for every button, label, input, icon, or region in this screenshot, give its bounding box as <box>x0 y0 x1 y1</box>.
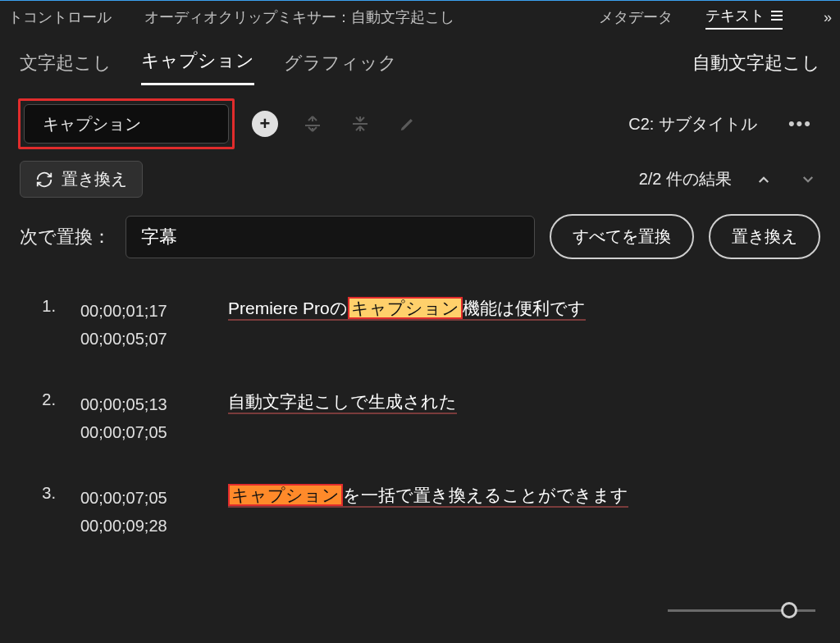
caption-text[interactable]: Premiere Proのキャプション機能は便利です <box>228 297 809 353</box>
replace-toggle-button[interactable]: 置き換え <box>20 161 143 198</box>
caption-item[interactable]: 1.00;00;01;1700;00;05;07Premiere Proのキャプ… <box>20 284 820 377</box>
add-caption-button[interactable]: + <box>248 107 282 141</box>
search-input[interactable] <box>43 115 250 134</box>
search-match: キャプション <box>228 484 343 506</box>
panel-tab-label: テキスト <box>705 6 765 25</box>
replace-toggle-row: 置き換え 2/2 件の結果 <box>0 156 840 209</box>
replace-with-row: 次で置換： すべてを置換 置き換え <box>0 209 840 276</box>
edit-caption-button[interactable] <box>390 107 425 141</box>
caption-item[interactable]: 3.00;00;07;0500;00;09;28キャプションを一括で置き換えるこ… <box>20 471 820 564</box>
tab-captions[interactable]: キャプション <box>141 48 254 85</box>
replace-one-button[interactable]: 置き換え <box>709 214 820 259</box>
caption-text[interactable]: キャプションを一括で置き換えることができます <box>228 484 809 540</box>
pencil-icon <box>399 115 417 133</box>
merge-caption-button[interactable] <box>343 107 377 141</box>
replace-toggle-label: 置き換え <box>62 168 127 190</box>
replace-all-button[interactable]: すべてを置換 <box>550 214 694 259</box>
prev-result-button[interactable] <box>751 167 776 192</box>
caption-track-label[interactable]: C2: サブタイトル <box>628 113 765 135</box>
replace-input[interactable] <box>126 216 535 258</box>
chevron-down-icon <box>801 172 815 187</box>
search-results-count: 2/2 件の結果 <box>639 167 820 192</box>
caption-index: 3. <box>31 484 56 540</box>
caption-timecodes: 00;00;05;1300;00;07;05 <box>80 390 203 446</box>
caption-timecodes: 00;00;07;0500;00;09;28 <box>80 484 203 540</box>
next-result-button[interactable] <box>796 167 820 192</box>
panel-tab[interactable]: トコントロール <box>8 7 112 27</box>
panel-tab[interactable]: メタデータ <box>599 7 673 27</box>
panel-tab[interactable]: オーディオクリップミキサー：自動文字起こし <box>144 7 454 27</box>
chevron-up-icon <box>756 172 771 187</box>
overflow-icon[interactable]: » <box>824 9 832 26</box>
refresh-icon <box>35 171 53 189</box>
caption-toolbar: + C2: サブタイトル ••• <box>0 85 840 156</box>
zoom-handle[interactable] <box>781 602 797 618</box>
sequence-name-label: 自動文字起こし <box>692 51 820 85</box>
text-panel-subtabs: 文字起こし キャプション グラフィック 自動文字起こし <box>0 34 840 85</box>
caption-index: 2. <box>31 390 56 446</box>
caption-timecodes: 00;00;01;1700;00;05;07 <box>80 297 203 353</box>
split-up-icon <box>303 114 322 134</box>
plus-icon: + <box>252 111 278 137</box>
caption-text[interactable]: 自動文字起こしで生成された <box>228 390 809 446</box>
panel-tab-active[interactable]: テキスト <box>705 6 783 30</box>
tab-graphics[interactable]: グラフィック <box>284 51 397 85</box>
caption-item[interactable]: 2.00;00;05;1300;00;07;05自動文字起こしで生成された <box>20 377 820 471</box>
panel-menu-icon[interactable] <box>771 11 783 21</box>
more-options-button[interactable]: ••• <box>778 113 822 135</box>
caption-list: 1.00;00;01;1700;00;05;07Premiere Proのキャプ… <box>0 276 840 572</box>
panel-tab-bar: トコントロール オーディオクリップミキサー：自動文字起こし メタデータ テキスト… <box>0 1 840 34</box>
caption-index: 1. <box>31 297 56 353</box>
merge-icon <box>350 114 370 134</box>
tab-transcript[interactable]: 文字起こし <box>20 51 112 85</box>
search-match: キャプション <box>348 297 463 319</box>
zoom-slider[interactable] <box>668 602 815 618</box>
split-caption-button[interactable] <box>295 107 330 141</box>
search-box[interactable] <box>24 104 229 144</box>
search-highlight-box <box>18 98 235 149</box>
replace-with-label: 次で置換： <box>20 225 111 249</box>
